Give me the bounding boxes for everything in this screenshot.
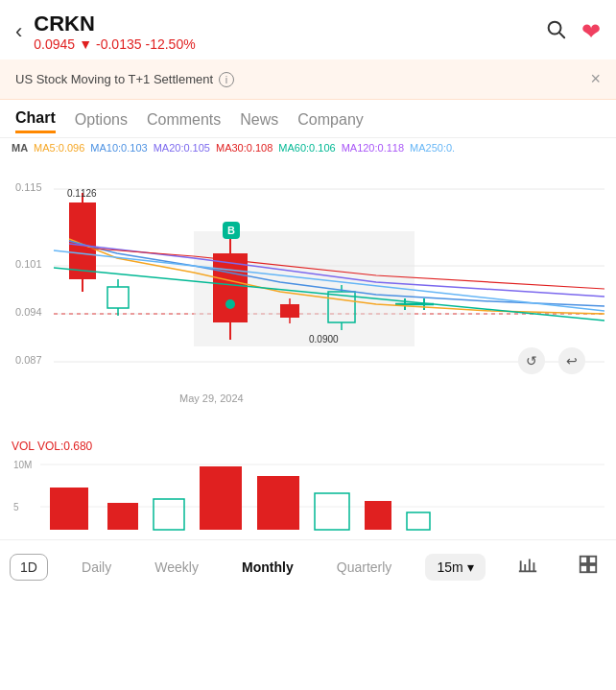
ma-label: MA [12,142,28,154]
svg-rect-57 [580,557,587,563]
interval-selector[interactable]: 15m ▾ [425,554,485,581]
svg-text:May 29, 2024: May 29, 2024 [179,393,244,404]
svg-text:0.087: 0.087 [15,354,42,366]
svg-rect-58 [589,557,596,563]
svg-line-1 [559,33,564,37]
ma5-indicator[interactable]: MA5:0.096 [34,142,84,154]
svg-rect-45 [107,503,138,530]
tab-comments[interactable]: Comments [147,111,221,132]
header-right: ❤ [545,18,601,45]
tab-bar: Chart Options Comments News Company [0,100,616,138]
header-left: ‹ CRKN 0.0945 ▼ -0.0135 -12.50% [15,12,196,52]
ma10-indicator[interactable]: MA10:0.103 [90,142,147,154]
price-change: -0.0135 [96,36,141,52]
banner-close-button[interactable]: × [590,69,601,89]
svg-rect-49 [315,493,349,530]
svg-text:↺: ↺ [526,353,537,369]
period-daily-button[interactable]: Daily [72,554,121,581]
svg-text:5: 5 [13,502,19,512]
ma-indicators-row: MA MA5:0.096 MA10:0.103 MA20:0.105 MA30:… [0,138,616,157]
svg-rect-25 [280,304,299,318]
notification-banner: US Stock Moving to T+1 Settlement i × [0,59,616,100]
period-1d-button[interactable]: 1D [10,554,48,581]
ticker-price: 0.0945 ▼ -0.0135 -12.50% [34,36,195,52]
vol-label: VOL [12,440,35,453]
back-button[interactable]: ‹ [15,21,22,42]
banner-text: US Stock Moving to T+1 Settlement i [15,72,234,87]
svg-text:B: B [227,225,235,236]
svg-rect-60 [589,565,596,572]
volume-section: VOL VOL:0.680 10M 5 [0,436,616,534]
svg-text:0.0900: 0.0900 [309,334,339,345]
svg-rect-19 [213,253,248,322]
svg-text:0.094: 0.094 [15,306,42,318]
ma20-indicator[interactable]: MA20:0.105 [154,142,210,154]
period-weekly-button[interactable]: Weekly [145,554,208,581]
svg-text:0.101: 0.101 [15,258,42,270]
layout-icon[interactable] [570,550,606,583]
banner-info-icon[interactable]: i [219,72,234,87]
price-chart[interactable]: 0.115 0.101 0.094 0.087 0.1126 B [0,157,616,436]
ma30-indicator[interactable]: MA30:0.108 [216,142,272,154]
svg-rect-51 [407,512,430,530]
period-monthly-button[interactable]: Monthly [232,554,303,581]
period-quarterly-button[interactable]: Quarterly [327,554,402,581]
ma60-indicator[interactable]: MA60:0.106 [278,142,335,154]
header: ‹ CRKN 0.0945 ▼ -0.0135 -12.50% ❤ [0,0,616,59]
tab-company[interactable]: Company [297,111,363,132]
chevron-down-icon: ▾ [467,559,474,575]
price-arrow: ▼ [79,36,92,52]
interval-value: 15m [437,559,462,575]
ticker-info: CRKN 0.0945 ▼ -0.0135 -12.50% [34,12,195,52]
price-value: 0.0945 [34,36,75,52]
svg-rect-50 [365,501,391,530]
svg-point-24 [225,299,235,309]
svg-text:10M: 10M [13,460,32,470]
volume-svg: 10M 5 [12,457,604,534]
price-pct: -12.50% [146,36,196,52]
volume-chart: 10M 5 [12,457,604,534]
svg-rect-46 [154,499,184,530]
ma120-indicator[interactable]: MA120:0.118 [342,142,404,154]
tab-chart[interactable]: Chart [15,109,56,133]
search-icon[interactable] [545,18,566,45]
ma250-indicator[interactable]: MA250:0. [410,142,455,154]
banner-message: US Stock Moving to T+1 Settlement [15,72,213,86]
favorite-icon[interactable]: ❤ [581,18,601,45]
vol-value: VOL:0.680 [37,440,92,453]
tab-options[interactable]: Options [75,111,128,132]
svg-rect-48 [257,476,299,530]
chart-type-icon[interactable] [509,550,546,583]
svg-rect-59 [580,565,587,572]
volume-header: VOL VOL:0.680 [12,440,604,453]
svg-rect-44 [50,488,88,530]
chart-svg: 0.115 0.101 0.094 0.087 0.1126 B [12,157,604,436]
ticker-symbol: CRKN [34,12,195,36]
svg-rect-16 [107,287,129,308]
bottom-toolbar: 1D Daily Weekly Monthly Quarterly 15m ▾ [0,539,616,591]
tab-news[interactable]: News [240,111,278,132]
svg-text:↩: ↩ [566,353,578,369]
svg-text:0.1126: 0.1126 [67,188,97,199]
svg-rect-47 [200,466,242,530]
svg-text:0.115: 0.115 [15,181,42,193]
